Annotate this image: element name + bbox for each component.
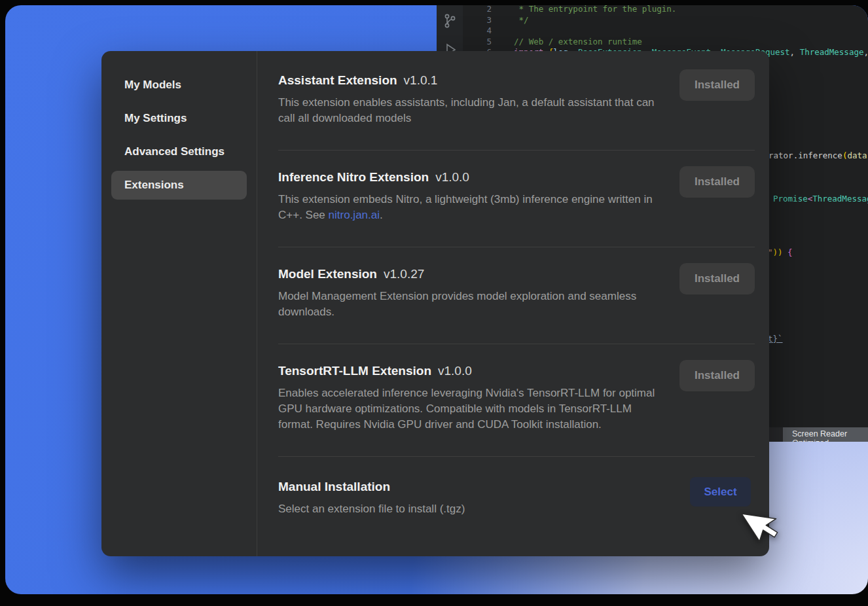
installed-button[interactable]: Installed [679, 263, 755, 294]
text-token: inference [798, 151, 842, 160]
extension-description: Enables accelerated inference leveraging… [278, 385, 657, 433]
extension-version: v1.0.1 [404, 73, 438, 87]
text-token: data [847, 151, 867, 160]
extension-row: Inference Nitro Extensionv1.0.0 This ext… [278, 151, 755, 247]
settings-sidebar: My Models My Settings Advanced Settings … [101, 51, 257, 556]
text-token: * The entrypoint for the plugin. [504, 5, 676, 14]
sidebar-item-label: Advanced Settings [124, 145, 225, 158]
code-line: 5 // Web / extension runtime [463, 37, 868, 48]
text-token: t}` [768, 334, 783, 344]
code-editor: 2 * The entrypoint for the plugin. 3 */ … [463, 5, 868, 58]
code-fragment: rator.inference(data)); [769, 151, 868, 160]
text-token: . [380, 209, 383, 221]
hero-frame: 2 * The entrypoint for the plugin. 3 */ … [5, 5, 868, 594]
text-token: ThreadMessage [800, 47, 864, 57]
sidebar-item[interactable]: Advanced Settings [111, 137, 247, 166]
text-token: This extension enables assistants, inclu… [278, 96, 655, 124]
extension-description: Model Management Extension provides mode… [278, 289, 657, 320]
manual-installation-row: Manual Installation Select an extension … [278, 457, 755, 517]
code-line: 4 [463, 26, 868, 37]
line-number: 4 [463, 26, 492, 37]
settings-modal: My Models My Settings Advanced Settings … [101, 51, 769, 556]
text-token: */ [504, 15, 529, 25]
extensions-list: Assistant Extensionv1.0.1 This extension… [257, 51, 769, 556]
installed-button[interactable]: Installed [679, 166, 755, 198]
line-number: 2 [463, 5, 492, 15]
extension-heading: Model Extensionv1.0.27 [278, 266, 657, 283]
extension-row: TensortRT-LLM Extensionv1.0.0 Enables ac… [278, 344, 755, 457]
extension-version: v1.0.27 [384, 267, 424, 281]
extension-name: Inference Nitro Extension [278, 170, 429, 184]
line-number: 5 [463, 37, 492, 48]
code-fragment: t}` [768, 334, 783, 344]
installed-button[interactable]: Installed [679, 360, 755, 391]
sidebar-item[interactable]: My Settings [111, 104, 247, 133]
extension-row: Assistant Extensionv1.0.1 This extension… [278, 71, 755, 151]
text-token: )) [773, 247, 783, 257]
extension-description: This extension enables assistants, inclu… [278, 95, 657, 126]
manual-installation-description: Select an extension file to install (.tg… [278, 501, 465, 517]
text-token: Model Management Extension provides mode… [278, 290, 636, 318]
sidebar-item-label: Extensions [124, 179, 184, 192]
manual-installation-title: Manual Installation [278, 480, 390, 493]
text-token: rator. [769, 151, 798, 160]
text-token: , [863, 47, 868, 57]
text-token: ThreadMessage [812, 194, 868, 204]
extension-name: Assistant Extension [278, 73, 397, 87]
extension-description: This extension embeds Nitro, a lightweig… [278, 192, 657, 223]
extension-name: Model Extension [278, 267, 377, 281]
select-button[interactable]: Select [690, 477, 751, 507]
source-control-icon[interactable] [443, 13, 457, 30]
text-token: Enables accelerated inference leveraging… [278, 387, 655, 431]
line-number: 3 [463, 15, 492, 26]
installed-button[interactable]: Installed [679, 69, 755, 101]
extension-version: v1.0.0 [435, 170, 469, 184]
arrow-cursor [742, 514, 781, 550]
screen-reader-optimized-status[interactable]: Screen Reader Optimized [783, 427, 868, 442]
code-line: 3 */ [463, 15, 868, 26]
sidebar-item-label: My Settings [124, 112, 187, 125]
sidebar-item[interactable]: My Models [111, 71, 247, 99]
code-fragment: ")) { [768, 247, 793, 257]
text-token: // Web / extension runtime [504, 37, 642, 46]
text-token: Promise [773, 194, 808, 204]
text-token: , [790, 47, 800, 57]
code-line: 2 * The entrypoint for the plugin. [463, 5, 868, 15]
extension-row: Model Extensionv1.0.27 Model Management … [278, 247, 755, 344]
text-token: { [783, 247, 793, 257]
extension-version: v1.0.0 [438, 364, 472, 378]
sidebar-item[interactable]: Extensions [111, 171, 247, 200]
nitro-jan-ai-link[interactable]: nitro.jan.ai [329, 209, 380, 221]
code-fragment: Promise<ThreadMessage> [773, 194, 868, 204]
extension-heading: Assistant Extensionv1.0.1 [278, 72, 657, 90]
extension-heading: Inference Nitro Extensionv1.0.0 [278, 169, 657, 187]
extension-heading: TensortRT-LLM Extensionv1.0.0 [278, 363, 657, 380]
extension-name: TensortRT-LLM Extension [278, 364, 431, 378]
sidebar-item-label: My Models [124, 79, 181, 92]
